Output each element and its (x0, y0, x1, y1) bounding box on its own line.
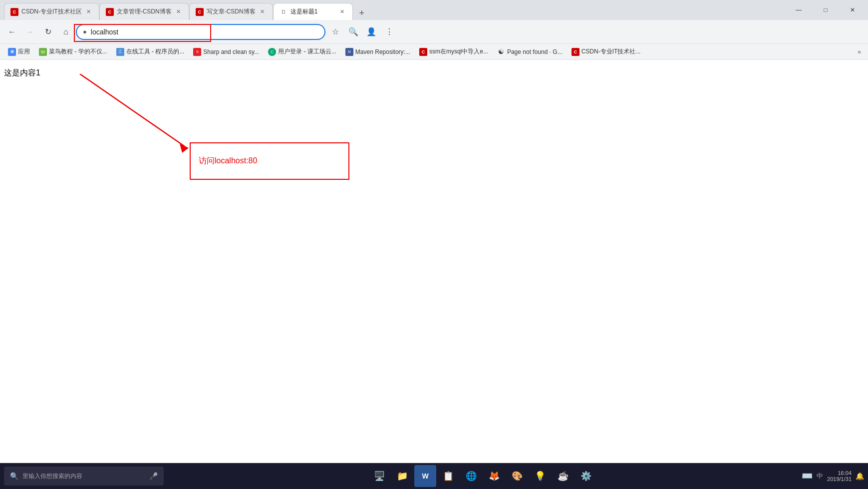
taskbar-icon-folder[interactable]: 📁 (391, 465, 413, 487)
bookmark-user-login[interactable]: C 用户登录 - 课工场云... (264, 46, 340, 57)
tab-label-4: 这是标题1 (290, 7, 335, 16)
tab-close-4[interactable]: ✕ (338, 8, 346, 16)
close-button[interactable]: ✕ (841, 2, 864, 18)
sharp-favicon: S (193, 48, 201, 56)
bookmark-sharp[interactable]: S Sharp and clean sy... (189, 46, 263, 57)
tab-favicon-3: C (196, 8, 204, 16)
taskbar-icons: 🖥️ 📁 W 📋 🌐 🦊 🎨 💡 ☕ ⚙️ (166, 465, 800, 487)
tab-close-2[interactable]: ✕ (175, 8, 183, 16)
tab-close-1[interactable]: ✕ (85, 8, 93, 16)
bookmark-ssm[interactable]: C ssm在mysql中导入e... (415, 46, 492, 57)
taskbar-icon-idea[interactable]: 💡 (529, 465, 551, 487)
taskbar-icon-paint[interactable]: 🎨 (506, 465, 528, 487)
taskbar-icon-word[interactable]: W (414, 465, 436, 487)
ssm-favicon: C (419, 48, 427, 56)
tab-active[interactable]: 🗋 这是标题1 ✕ (273, 3, 353, 20)
taskbar-clock: 16:04 2019/1/31 (827, 470, 852, 482)
cainiao-favicon: W (39, 48, 47, 56)
tab-favicon-2: C (106, 8, 114, 16)
bookmark-button[interactable]: ☆ (327, 24, 343, 40)
annotation-arrow-svg (30, 74, 200, 156)
apps-favicon: ⊞ (8, 48, 16, 56)
taskbar-search-icon: 🔍 (10, 472, 18, 480)
menu-button[interactable]: ⋮ (381, 24, 397, 40)
taskbar-icon-app2[interactable]: ⚙️ (575, 465, 597, 487)
bookmark-csdn[interactable]: C CSDN-专业IT技术社... (568, 46, 645, 57)
tab-write-article[interactable]: C 写文章-CSDN博客 ✕ (189, 3, 273, 20)
bookmark-apps[interactable]: ⊞ 应用 (4, 46, 34, 57)
tab-label-3: 写文章-CSDN博客 (207, 7, 256, 16)
tab-label-2: 文章管理-CSDN博客 (117, 7, 172, 16)
page-content-text: 这是内容1 (4, 68, 40, 78)
taskbar-icon-java[interactable]: ☕ (552, 465, 574, 487)
taskbar-icon-fire[interactable]: 🦊 (483, 465, 505, 487)
annotation-box: 访问localhost:80 (190, 142, 349, 180)
taskbar-lang-icon: 中 (817, 472, 823, 481)
profile-button[interactable]: 👤 (363, 24, 379, 40)
page-content: 这是内容1 访问localhost:80 (0, 60, 868, 489)
bookmark-cainiao[interactable]: W 菜鸟教程 - 学的不仅... (35, 46, 111, 57)
tab-close-3[interactable]: ✕ (259, 8, 267, 16)
window-controls: — □ ✕ (787, 2, 864, 18)
taskbar-search[interactable]: 🔍 里输入你想搜索的内容 🎤 (4, 467, 164, 486)
user-login-favicon: C (268, 48, 276, 56)
bookmark-label-maven: Maven Repository:... (355, 48, 410, 55)
svg-marker-1 (180, 144, 189, 153)
address-text: localhost (91, 28, 318, 36)
tab-article-manage[interactable]: C 文章管理-CSDN博客 ✕ (99, 3, 189, 20)
online-tools-favicon: 工 (116, 48, 124, 56)
taskbar-search-text: 里输入你想搜索的内容 (22, 472, 82, 481)
reload-button[interactable]: ↻ (40, 24, 56, 40)
taskbar-icon-chrome[interactable]: 🌐 (460, 465, 482, 487)
forward-button[interactable]: → (22, 24, 38, 40)
bookmark-label-sharp: Sharp and clean sy... (203, 48, 259, 55)
lock-icon: ● (83, 28, 87, 35)
bookmark-online-tools[interactable]: 工 在线工具 - 程序员的... (112, 46, 189, 57)
bookmarks-more[interactable]: » (855, 47, 864, 57)
bookmark-label-github: Page not found · G... (507, 48, 563, 55)
tabs-container: C CSDN-专业IT技术社区 ✕ C 文章管理-CSDN博客 ✕ C 写文章-… (4, 0, 783, 20)
new-tab-button[interactable]: + (355, 6, 369, 20)
tab-favicon-4: 🗋 (280, 8, 288, 16)
bookmark-label-ssm: ssm在mysql中导入e... (429, 47, 488, 56)
annotation-box-text: 访问localhost:80 (199, 156, 257, 166)
microphone-icon: 🎤 (149, 472, 158, 480)
github-favicon: ☯ (497, 48, 505, 56)
taskbar-right: ⌨️ 中 16:04 2019/1/31 🔔 (802, 470, 864, 482)
nav-right: ☆ 🔍 👤 ⋮ (327, 24, 397, 40)
tab-favicon-csdn: C (10, 8, 18, 16)
bookmark-label-cainiao: 菜鸟教程 - 学的不仅... (49, 47, 107, 56)
search-button[interactable]: 🔍 (345, 24, 361, 40)
home-button[interactable]: ⌂ (58, 24, 74, 40)
bookmark-github[interactable]: ☯ Page not found · G... (493, 46, 567, 57)
maven-favicon: M (345, 48, 353, 56)
maximize-button[interactable]: □ (814, 2, 837, 18)
taskbar-icon-app1[interactable]: 📋 (437, 465, 459, 487)
taskbar-notification-icon: 🔔 (856, 472, 864, 480)
csdn-bm-favicon: C (572, 48, 579, 56)
taskbar: 🔍 里输入你想搜索的内容 🎤 🖥️ 📁 W 📋 🌐 🦊 🎨 💡 ☕ ⚙️ ⌨️ … (0, 463, 868, 489)
chrome-window: C CSDN-专业IT技术社区 ✕ C 文章管理-CSDN博客 ✕ C 写文章-… (0, 0, 868, 489)
bookmark-maven[interactable]: M Maven Repository:... (341, 46, 414, 57)
nav-bar: ← → ↻ ⌂ ● localhost ☆ 🔍 👤 ⋮ (0, 20, 868, 44)
bookmark-label-user-login: 用户登录 - 课工场云... (278, 47, 336, 56)
bookmarks-bar: ⊞ 应用 W 菜鸟教程 - 学的不仅... 工 在线工具 - 程序员的... S… (0, 44, 868, 60)
address-bar[interactable]: ● localhost (76, 24, 325, 40)
bookmark-label-online-tools: 在线工具 - 程序员的... (126, 47, 185, 56)
taskbar-date-value: 2019/1/31 (827, 476, 852, 482)
taskbar-time-value: 16:04 (827, 470, 852, 476)
minimize-button[interactable]: — (787, 2, 810, 18)
svg-line-0 (80, 74, 185, 146)
taskbar-icon-screen[interactable]: 🖥️ (368, 465, 390, 487)
bookmark-label-csdn: CSDN-专业IT技术社... (581, 47, 641, 56)
title-bar: C CSDN-专业IT技术社区 ✕ C 文章管理-CSDN博客 ✕ C 写文章-… (0, 0, 868, 20)
bookmark-label-apps: 应用 (18, 47, 30, 56)
tab-csdn[interactable]: C CSDN-专业IT技术社区 ✕ (4, 3, 99, 20)
taskbar-keyboard-icon: ⌨️ (802, 471, 813, 482)
back-button[interactable]: ← (4, 24, 20, 40)
tab-label-1: CSDN-专业IT技术社区 (21, 7, 82, 16)
